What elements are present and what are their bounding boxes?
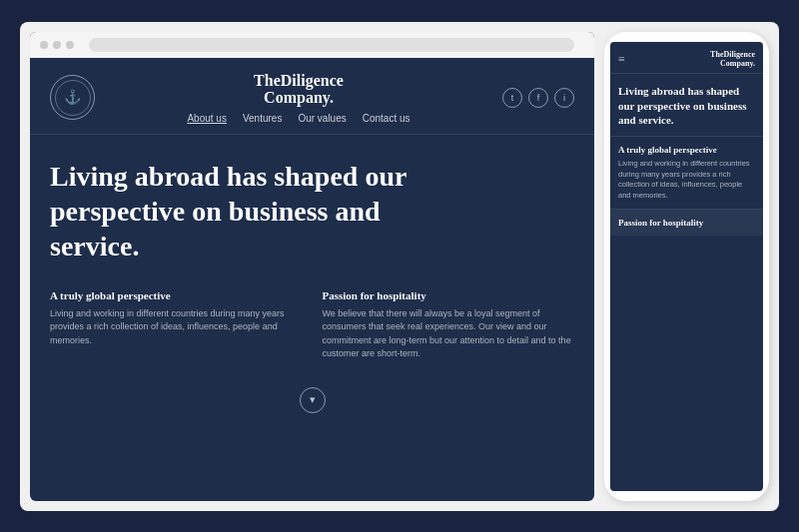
phone-screen: ≡ TheDiligence Company. Living abroad ha… bbox=[610, 42, 763, 491]
feature-global-title: A truly global perspective bbox=[50, 289, 303, 301]
browser-url-bar[interactable] bbox=[89, 38, 574, 52]
logo-icon: ⚓ bbox=[64, 89, 81, 106]
social-facebook[interactable]: f bbox=[528, 88, 548, 108]
screenshot-container: ⚓ TheDiligence Company. About us Venture… bbox=[20, 22, 779, 511]
browser-window: ⚓ TheDiligence Company. About us Venture… bbox=[30, 32, 594, 501]
nav-contact[interactable]: Contact us bbox=[363, 113, 410, 124]
nav-ventures[interactable]: Ventures bbox=[243, 113, 282, 124]
feature-hospitality-body: We believe that there will always be a l… bbox=[323, 307, 575, 361]
phone-header: ≡ TheDiligence Company. bbox=[610, 42, 763, 74]
nav-about[interactable]: About us bbox=[187, 113, 226, 124]
browser-dot-yellow bbox=[53, 41, 61, 49]
scroll-btn-container: ▾ bbox=[30, 377, 594, 423]
brand-name: TheDiligence Company. bbox=[187, 72, 409, 107]
site-nav: About us Ventures Our values Contact us bbox=[187, 113, 409, 124]
phone-section1-title: A truly global perspective bbox=[618, 145, 755, 155]
feature-global: A truly global perspective Living and wo… bbox=[50, 289, 303, 361]
phone-section-hospitality: Passion for hospitality bbox=[610, 210, 763, 236]
phone-hero: Living abroad has shaped our perspective… bbox=[610, 74, 763, 138]
site-header: ⚓ TheDiligence Company. About us Venture… bbox=[30, 58, 594, 135]
logo-circle: ⚓ bbox=[50, 75, 95, 120]
feature-hospitality: Passion for hospitality We believe that … bbox=[323, 289, 575, 361]
browser-dot-green bbox=[66, 41, 74, 49]
phone-section1-body: Living and working in different countrie… bbox=[618, 159, 755, 201]
hamburger-icon[interactable]: ≡ bbox=[618, 53, 625, 65]
nav-values[interactable]: Our values bbox=[298, 113, 346, 124]
site-social: t f i bbox=[502, 88, 574, 108]
browser-dot-red bbox=[40, 41, 48, 49]
phone-section2-title: Passion for hospitality bbox=[618, 218, 755, 228]
logo-inner: ⚓ bbox=[55, 80, 91, 116]
phone-section-global: A truly global perspective Living and wo… bbox=[610, 137, 763, 210]
social-twitter[interactable]: t bbox=[502, 88, 522, 108]
website-content: ⚓ TheDiligence Company. About us Venture… bbox=[30, 58, 594, 501]
feature-hospitality-title: Passion for hospitality bbox=[323, 289, 575, 301]
site-features: A truly global perspective Living and wo… bbox=[30, 279, 594, 373]
site-hero: Living abroad has shaped our perspective… bbox=[30, 135, 594, 279]
feature-global-body: Living and working in different countrie… bbox=[50, 307, 303, 348]
phone-brand: TheDiligence Company. bbox=[710, 50, 755, 69]
hero-headline: Living abroad has shaped our perspective… bbox=[50, 159, 409, 264]
social-instagram[interactable]: i bbox=[554, 88, 574, 108]
scroll-down-button[interactable]: ▾ bbox=[300, 387, 326, 413]
phone-mockup: ≡ TheDiligence Company. Living abroad ha… bbox=[604, 32, 769, 501]
phone-hero-headline: Living abroad has shaped our perspective… bbox=[618, 84, 755, 129]
browser-chrome bbox=[30, 32, 594, 58]
site-brand: TheDiligence Company. About us Ventures … bbox=[187, 72, 409, 124]
